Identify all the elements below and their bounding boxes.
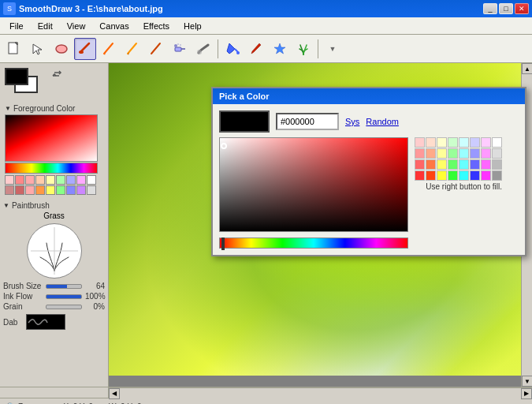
swatch-item[interactable] xyxy=(35,175,45,185)
grid-swatch[interactable] xyxy=(448,148,458,159)
menu-canvas[interactable]: Canvas xyxy=(93,20,135,32)
hex-color-input[interactable] xyxy=(276,113,339,130)
grid-swatch[interactable] xyxy=(492,159,502,170)
hue-cursor xyxy=(221,238,225,250)
grid-swatch[interactable] xyxy=(481,159,491,170)
fg-gradient-box[interactable] xyxy=(5,114,98,162)
grid-swatch[interactable] xyxy=(492,137,502,148)
swatch-item[interactable] xyxy=(46,175,55,185)
swatch-item[interactable] xyxy=(66,185,76,195)
grid-swatch[interactable] xyxy=(481,170,491,181)
swatch-item[interactable] xyxy=(66,175,76,185)
tool-cursor[interactable] xyxy=(27,38,49,60)
minimize-button[interactable]: _ xyxy=(483,3,497,14)
svg-point-17 xyxy=(236,51,240,54)
scroll-left-button[interactable]: ◀ xyxy=(109,388,120,399)
grid-swatch[interactable] xyxy=(459,148,469,159)
scroll-up-button[interactable]: ▲ xyxy=(522,63,532,74)
tool-smudge[interactable] xyxy=(192,38,214,60)
swatch-item[interactable] xyxy=(35,185,45,195)
menu-view[interactable]: View xyxy=(61,20,92,32)
swatch-item[interactable] xyxy=(76,175,86,185)
swatch-item[interactable] xyxy=(5,175,14,185)
menu-help[interactable]: Help xyxy=(177,20,208,32)
ink-flow-slider[interactable] xyxy=(46,294,82,299)
menu-file[interactable]: File xyxy=(3,20,30,32)
maximize-button[interactable]: □ xyxy=(499,3,513,14)
grid-swatch[interactable] xyxy=(448,170,458,181)
swatch-item[interactable] xyxy=(25,175,35,185)
grid-swatch[interactable] xyxy=(415,137,425,148)
tool-pencil1[interactable] xyxy=(98,38,120,60)
grid-swatch[interactable] xyxy=(470,137,480,148)
tool-new[interactable] xyxy=(3,38,25,60)
grid-swatch[interactable] xyxy=(459,159,469,170)
tool-eraser[interactable] xyxy=(50,38,73,60)
tool-fill[interactable] xyxy=(221,38,244,60)
swatch-item[interactable] xyxy=(5,185,14,195)
grid-swatch[interactable] xyxy=(459,137,469,148)
grid-swatch[interactable] xyxy=(470,148,480,159)
swatch-item[interactable] xyxy=(25,185,35,195)
swatch-item[interactable] xyxy=(15,175,24,185)
grid-swatch[interactable] xyxy=(448,159,458,170)
grid-swatch[interactable] xyxy=(492,148,502,159)
fg-rainbow-bar[interactable] xyxy=(5,163,98,174)
swatch-item[interactable] xyxy=(15,185,24,195)
grid-swatch[interactable] xyxy=(426,148,436,159)
grid-swatch[interactable] xyxy=(481,148,491,159)
horizontal-scrollbar: ◀ ▶ xyxy=(109,387,532,398)
grid-swatch[interactable] xyxy=(470,159,480,170)
grid-swatch[interactable] xyxy=(437,159,447,170)
picker-cursor xyxy=(221,143,227,149)
tool-star[interactable] xyxy=(269,38,291,60)
hue-bar[interactable] xyxy=(219,238,408,249)
grid-swatch[interactable] xyxy=(448,137,458,148)
dialog-title-bar[interactable]: Pick a Color xyxy=(213,88,525,104)
scroll-down-button[interactable]: ▼ xyxy=(522,376,532,387)
tool-scroll[interactable]: ▼ xyxy=(322,38,344,60)
tool-pen[interactable] xyxy=(245,38,267,60)
foreground-color-box[interactable] xyxy=(5,68,28,85)
menu-edit[interactable]: Edit xyxy=(32,20,59,32)
swatch-item[interactable] xyxy=(87,185,96,195)
swatch-item[interactable] xyxy=(76,185,86,195)
sys-link[interactable]: Sys xyxy=(345,117,359,126)
tool-brush-red[interactable] xyxy=(74,38,96,60)
grid-swatch[interactable] xyxy=(437,170,447,181)
tool-pencil3[interactable] xyxy=(145,38,167,60)
grid-swatch[interactable] xyxy=(481,137,491,148)
grid-swatch[interactable] xyxy=(426,170,436,181)
grid-swatch[interactable] xyxy=(492,170,502,181)
grid-swatch[interactable] xyxy=(415,148,425,159)
swatch-item[interactable] xyxy=(56,175,65,185)
tool-airbrush[interactable] xyxy=(169,38,191,60)
tool-pencil2[interactable] xyxy=(121,38,143,60)
ink-flow-value: 100% xyxy=(85,292,105,301)
toolbar: ▼ xyxy=(0,35,532,63)
color-gradient[interactable] xyxy=(219,137,408,232)
grid-swatch[interactable] xyxy=(415,159,425,170)
paintbrush-section: ▼ Paintbrush Grass Brush Size 64 xyxy=(3,200,105,330)
grid-swatch[interactable] xyxy=(426,159,436,170)
grid-swatch[interactable] xyxy=(459,170,469,181)
ink-flow-label: Ink Flow xyxy=(3,292,43,301)
scroll-right-button[interactable]: ▶ xyxy=(521,388,532,399)
grain-slider[interactable] xyxy=(46,305,82,309)
tool-grass[interactable] xyxy=(292,38,314,60)
grid-swatch[interactable] xyxy=(437,137,447,148)
menu-effects[interactable]: Effects xyxy=(137,20,176,32)
scroll-track-h[interactable] xyxy=(120,388,521,399)
swatch-item[interactable] xyxy=(46,185,55,195)
color-swap-icon[interactable] xyxy=(51,69,62,80)
hscroll-area: ◀ ▶ xyxy=(0,387,532,398)
grid-swatch[interactable] xyxy=(437,148,447,159)
grid-swatch[interactable] xyxy=(470,170,480,181)
swatch-item[interactable] xyxy=(87,175,96,185)
random-link[interactable]: Random xyxy=(366,117,399,126)
swatch-item[interactable] xyxy=(56,185,65,195)
close-button[interactable]: ✕ xyxy=(515,3,529,14)
brush-size-slider[interactable] xyxy=(46,284,82,289)
grid-swatch[interactable] xyxy=(415,170,425,181)
grid-swatch[interactable] xyxy=(426,137,436,148)
